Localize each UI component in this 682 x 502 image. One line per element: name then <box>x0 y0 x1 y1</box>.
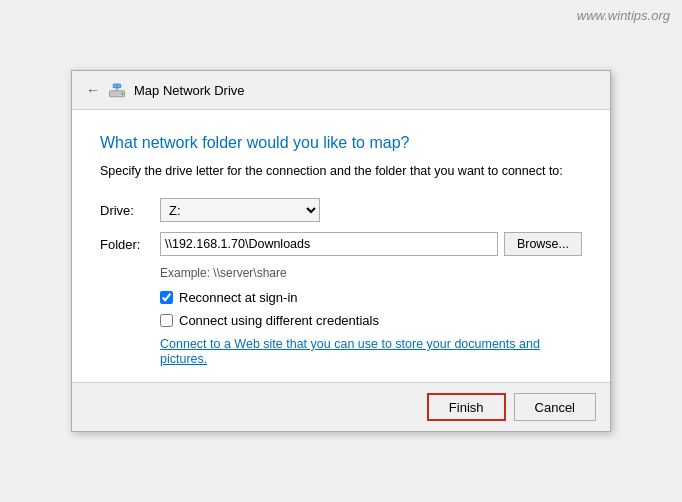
dialog-body: What network folder would you like to ma… <box>72 110 610 382</box>
folder-row: Folder: Browse... <box>100 232 582 256</box>
dialog-title: Map Network Drive <box>134 83 245 98</box>
reconnect-row: Reconnect at sign-in <box>160 290 582 305</box>
dialog-heading: What network folder would you like to ma… <box>100 134 582 152</box>
folder-input-wrap: Browse... <box>160 232 582 256</box>
web-link-row: Connect to a Web site that you can use t… <box>160 336 582 366</box>
drive-label: Drive: <box>100 203 160 218</box>
reconnect-checkbox[interactable] <box>160 291 173 304</box>
dialog-footer: Finish Cancel <box>72 382 610 431</box>
watermark: www.wintips.org <box>577 8 670 23</box>
svg-point-3 <box>116 85 117 86</box>
web-link[interactable]: Connect to a Web site that you can use t… <box>160 337 540 366</box>
svg-point-1 <box>121 93 123 95</box>
credentials-checkbox[interactable] <box>160 314 173 327</box>
drive-select[interactable]: Z: Y: X: <box>160 198 320 222</box>
drive-row: Drive: Z: Y: X: <box>100 198 582 222</box>
cancel-button[interactable]: Cancel <box>514 393 596 421</box>
back-button[interactable]: ← <box>86 82 100 98</box>
map-network-drive-dialog: ← Map Network Drive What network folder … <box>71 70 611 432</box>
finish-button[interactable]: Finish <box>427 393 506 421</box>
title-bar: ← Map Network Drive <box>72 71 610 110</box>
credentials-row: Connect using different credentials <box>160 313 582 328</box>
example-text: Example: \\server\share <box>160 266 582 280</box>
credentials-label[interactable]: Connect using different credentials <box>179 313 379 328</box>
dialog-subtitle: Specify the drive letter for the connect… <box>100 164 582 178</box>
network-drive-icon <box>108 81 126 99</box>
reconnect-label[interactable]: Reconnect at sign-in <box>179 290 298 305</box>
browse-button[interactable]: Browse... <box>504 232 582 256</box>
folder-label: Folder: <box>100 237 160 252</box>
folder-input[interactable] <box>160 232 498 256</box>
